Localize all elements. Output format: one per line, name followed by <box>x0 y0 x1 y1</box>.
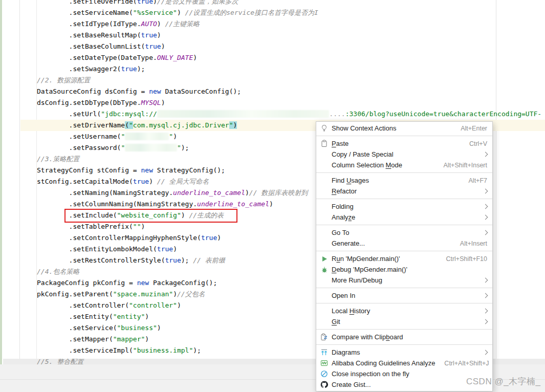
menu-shortcut: Alt+Enter <box>451 125 487 132</box>
lightbulb-icon <box>320 124 329 132</box>
menu-item-go-to[interactable]: Go To <box>316 227 492 238</box>
code-line[interactable]: .setSwagger2(true); <box>37 63 541 75</box>
menu-item-label: Diagrams <box>332 349 360 356</box>
redacted-text <box>125 144 177 151</box>
menu-item-label: Analyze <box>332 213 355 221</box>
github-icon <box>320 381 329 388</box>
menu-item-label: Go To <box>332 229 349 236</box>
menu-icon-placeholder <box>320 307 329 315</box>
code-line[interactable]: .setBaseColumnList(true) <box>37 41 541 52</box>
code-line[interactable]: .setUrl("jdbc:mysql:// ....:3306/blog?us… <box>37 108 541 120</box>
menu-item-refactor[interactable]: Refactor <box>316 186 492 197</box>
menu-item-more-run-debug[interactable]: More Run/Debug <box>316 275 492 286</box>
menu-item-open-in[interactable]: Open In <box>316 290 492 301</box>
menu-item-label: Run 'MpGender.main()' <box>332 255 400 263</box>
menu-shortcut: Alt+Insert <box>451 240 487 247</box>
debug-icon <box>320 266 329 273</box>
submenu-arrow-icon <box>483 230 488 235</box>
menu-item-label: Create Gist... <box>332 381 371 388</box>
menu-icon-placeholder <box>320 161 329 169</box>
menu-item-label: Refactor <box>332 187 357 195</box>
menu-separator <box>316 329 492 330</box>
menu-icon-placeholder <box>320 187 329 195</box>
annotation-red-box <box>64 209 237 223</box>
submenu-arrow-icon <box>483 152 488 157</box>
menu-icon-placeholder <box>320 150 329 158</box>
menu-icon-placeholder <box>320 213 329 221</box>
menu-item-label: Open In <box>332 292 355 299</box>
menu-item-run-mpgender-main[interactable]: Run 'MpGender.main()'Ctrl+Shift+F10 <box>316 253 492 264</box>
redacted-text <box>157 110 330 118</box>
code-line[interactable]: .setIdType(IdType.AUTO) //主键策略 <box>37 18 541 30</box>
code-line[interactable]: dsConfig.setDbType(DbType.MYSQL) <box>37 97 541 108</box>
menu-item-paste[interactable]: PasteCtrl+V <box>316 138 492 149</box>
menu-item-alibaba-coding-guidelines-analyze[interactable]: Alibaba Coding Guidelines AnalyzeCtrl+Al… <box>316 358 492 368</box>
menu-item-label: Local History <box>332 307 370 315</box>
menu-item-label: Debug 'MpGender.main()' <box>332 266 407 273</box>
menu-item-analyze[interactable]: Analyze <box>316 212 492 223</box>
code-line[interactable]: .setDateType(DateType.ONLY_DATE) <box>37 52 541 63</box>
menu-item-debug-mpgender-main[interactable]: Debug 'MpGender.main()' <box>316 264 492 275</box>
menu-icon-placeholder <box>320 292 329 299</box>
menu-item-copy-paste-special[interactable]: Copy / Paste Special <box>316 149 492 160</box>
menu-item-find-usages[interactable]: Find UsagesAlt+F7 <box>316 175 492 186</box>
menu-item-label: Folding <box>332 203 354 210</box>
menu-item-show-context-actions[interactable]: Show Context ActionsAlt+Enter <box>316 123 492 134</box>
menu-item-diagrams[interactable]: Diagrams <box>316 347 492 358</box>
submenu-arrow-icon <box>483 350 488 355</box>
submenu-arrow-icon <box>483 215 488 220</box>
csdn-watermark: CSDN @_木字楠_ <box>466 376 541 387</box>
menu-item-label: Git <box>332 318 340 325</box>
vcs-change-strip <box>0 0 2 364</box>
menu-shortcut: Alt+F7 <box>460 177 487 184</box>
menu-item-compare-with-clipboard[interactable]: Compare with Clipboard <box>316 332 492 342</box>
submenu-arrow-icon <box>483 204 488 209</box>
redacted-text <box>125 133 169 140</box>
menu-item-label: Compare with Clipboard <box>332 333 403 341</box>
menu-icon-placeholder <box>320 177 329 184</box>
submenu-arrow-icon <box>483 319 488 324</box>
code-line[interactable]: .setServiceName("%sService") //设置生成的serv… <box>37 7 541 18</box>
menu-icon-placeholder <box>320 318 329 325</box>
menu-item-label: Column Selection Mode <box>332 161 402 169</box>
code-line[interactable]: //2. 数据源配置 <box>37 75 541 86</box>
compare-clipboard-icon <box>320 333 329 341</box>
menu-shortcut: Ctrl+V <box>460 140 487 147</box>
ide-screenshot: .setFileOverride(true)//是否文件覆盖，如果多次 .set… <box>0 0 545 392</box>
menu-shortcut: Alt+Shift+Insert <box>434 162 487 169</box>
menu-separator <box>316 288 492 288</box>
submenu-arrow-icon <box>483 293 488 298</box>
menu-icon-placeholder <box>320 203 329 210</box>
menu-separator <box>316 251 492 251</box>
menu-shortcut: Ctrl+Shift+F10 <box>437 255 487 263</box>
paste-icon <box>320 140 329 147</box>
menu-item-git[interactable]: Git <box>316 316 492 327</box>
menu-separator <box>316 344 492 345</box>
menu-item-local-history[interactable]: Local History <box>316 306 492 316</box>
menu-separator <box>316 199 492 199</box>
code-line[interactable]: .setFileOverride(true)//是否文件覆盖，如果多次 <box>37 0 541 7</box>
menu-separator <box>316 303 492 303</box>
code-line[interactable]: .setBaseResultMap(true) <box>37 30 541 41</box>
menu-icon-placeholder <box>320 276 329 284</box>
comment-section5: //5. 整合配置 <box>37 359 83 364</box>
context-menu: Show Context ActionsAlt+EnterPasteCtrl+V… <box>316 121 493 391</box>
menu-icon-placeholder <box>320 229 329 236</box>
menu-separator <box>316 225 492 225</box>
alibaba-icon <box>320 359 329 367</box>
menu-item-generate[interactable]: Generate...Alt+Insert <box>316 238 492 249</box>
menu-item-label: Find Usages <box>332 177 369 184</box>
menu-item-column-selection-mode[interactable]: Column Selection ModeAlt+Shift+Insert <box>316 160 492 170</box>
menu-item-label: Close inspection on the fly <box>332 370 409 378</box>
menu-item-label: Paste <box>332 140 348 147</box>
close-inspection-icon <box>320 370 329 378</box>
submenu-arrow-icon <box>483 278 488 283</box>
menu-item-label: Show Context Actions <box>332 124 396 132</box>
menu-separator <box>316 172 492 173</box>
menu-item-label: Generate... <box>332 239 365 247</box>
menu-item-label: Alibaba Coding Guidelines Analyze <box>332 359 435 367</box>
code-line[interactable]: DataSourceConfig dsConfig = new DataSour… <box>37 86 541 97</box>
menu-item-folding[interactable]: Folding <box>316 201 492 212</box>
menu-item-label: Copy / Paste Special <box>332 150 394 158</box>
menu-item-label: More Run/Debug <box>332 276 382 284</box>
